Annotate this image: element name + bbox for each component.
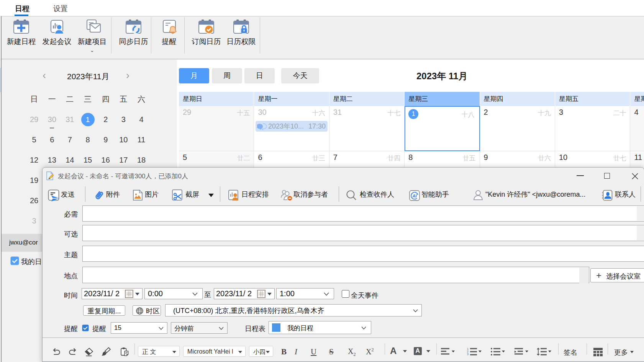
svg-text:3: 3 (467, 353, 469, 355)
svg-text:AI: AI (412, 194, 417, 198)
svg-text:1: 1 (467, 347, 469, 350)
svg-text:2: 2 (467, 350, 469, 353)
